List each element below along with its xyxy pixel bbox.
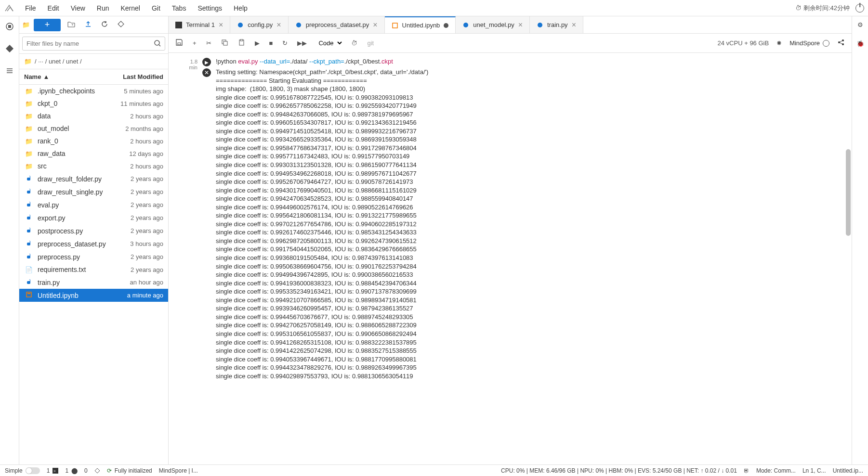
file-row[interactable]: 📁src2 hours ago xyxy=(19,160,168,172)
run-icon[interactable]: ▶ xyxy=(253,39,262,48)
file-row[interactable]: 📁data2 hours ago xyxy=(19,110,168,122)
py-icon xyxy=(24,175,34,183)
close-icon[interactable]: × xyxy=(373,21,377,29)
git-diamond-icon[interactable] xyxy=(94,468,100,474)
code-cell[interactable]: 1.8 min ▶ ✕ !python eval.py --data_url=.… xyxy=(178,58,842,380)
svg-point-11 xyxy=(296,23,301,27)
tab-terminal-1[interactable]: Terminal 1× xyxy=(169,16,230,33)
file-row[interactable]: draw_result_folder.py2 years ago xyxy=(19,172,168,185)
menu-file[interactable]: File xyxy=(20,2,41,14)
menu-help[interactable]: Help xyxy=(229,2,252,14)
git-clone-icon[interactable] xyxy=(115,21,127,29)
restart-icon[interactable]: ↻ xyxy=(280,39,289,48)
running-kernels-icon[interactable] xyxy=(4,21,15,32)
py-icon xyxy=(24,240,34,248)
scrollbar-vertical[interactable] xyxy=(846,149,851,236)
file-row[interactable]: preprocess_dataset.py3 hours ago xyxy=(19,237,168,250)
property-inspector-icon[interactable]: ⚙ xyxy=(857,21,863,28)
git-icon[interactable] xyxy=(4,43,15,54)
editor-mode[interactable]: Mode: Comm... xyxy=(756,467,796,474)
timing-icon[interactable]: ⏱ xyxy=(349,39,359,48)
add-cell-icon[interactable]: + xyxy=(191,39,198,48)
file-row[interactable]: 📄requirements.txt2 years ago xyxy=(19,263,168,276)
file-row[interactable]: draw_result_single.py2 years ago xyxy=(19,185,168,198)
settings-gear-icon[interactable]: ✸ xyxy=(775,39,784,48)
close-icon[interactable]: × xyxy=(572,21,576,29)
breadcrumb[interactable]: 📁/ ··· / unet / unet / xyxy=(19,54,168,69)
file-row[interactable]: preprocess.py2 years ago xyxy=(19,250,168,263)
file-row[interactable]: Untitled.ipynba minute ago xyxy=(19,289,168,302)
exec-time: 1.8 min xyxy=(178,58,197,380)
tab-unet_model-py[interactable]: unet_model.py× xyxy=(456,16,530,33)
stop-icon[interactable]: ■ xyxy=(267,39,275,48)
new-folder-icon[interactable]: + xyxy=(65,21,78,29)
menu-run[interactable]: Run xyxy=(92,2,114,14)
kernel-status[interactable]: MindSpore | I... xyxy=(159,467,198,474)
init-status: ⟳ Fully initialized xyxy=(107,467,152,474)
kernels-count[interactable]: 1 ⬤ xyxy=(65,467,78,474)
file-row[interactable]: train.pyan hour ago xyxy=(19,276,168,289)
py-icon xyxy=(24,278,34,286)
menu-edit[interactable]: Edit xyxy=(43,2,64,14)
file-name: src xyxy=(38,162,130,170)
file-row[interactable]: postprocess.py2 years ago xyxy=(19,224,168,237)
share-icon[interactable] xyxy=(835,38,847,49)
close-icon[interactable]: × xyxy=(518,21,523,29)
close-icon[interactable]: × xyxy=(276,21,281,29)
file-row[interactable]: export.py2 years ago xyxy=(19,211,168,224)
notebook-toolbar: + ✂ ▶ ■ ↻ ▶▶ Code ⏱ git 24 vCPU + 96 GiB… xyxy=(169,34,852,53)
time-remaining: ⏱ 剩余时间:42分钟 xyxy=(795,4,850,13)
menu-kernel[interactable]: Kernel xyxy=(116,2,145,14)
upload-icon[interactable] xyxy=(82,21,94,29)
new-launcher-button[interactable]: + xyxy=(34,19,61,31)
cell-type-select[interactable]: Code xyxy=(315,37,343,49)
copy-icon[interactable] xyxy=(219,38,230,49)
tab-preprocess_dataset-py[interactable]: preprocess_dataset.py× xyxy=(289,16,385,33)
svg-rect-1 xyxy=(8,25,11,28)
file-modified: 2 years ago xyxy=(131,266,163,273)
tab-untitled-ipynb[interactable]: Untitled.ipynb xyxy=(385,16,456,33)
cut-icon[interactable]: ✂ xyxy=(204,39,213,48)
menu-git[interactable]: Git xyxy=(147,2,165,14)
tab-config-py[interactable]: config.py× xyxy=(230,16,288,33)
paste-icon[interactable] xyxy=(236,38,247,49)
col-modified-header[interactable]: Last Modified xyxy=(105,73,163,80)
menu-tabs[interactable]: Tabs xyxy=(167,2,191,14)
col-name-header[interactable]: Name xyxy=(24,73,41,80)
debugger-icon[interactable]: 🐞 xyxy=(856,40,864,47)
filter-input[interactable] xyxy=(22,37,165,51)
svg-line-23 xyxy=(840,41,842,42)
trust-icon[interactable]: ⛨ xyxy=(744,467,750,474)
code-content[interactable]: !python eval.py --data_url=./data/ --ckp… xyxy=(216,58,842,65)
simple-toggle[interactable]: Simple xyxy=(5,467,40,474)
close-icon[interactable]: × xyxy=(219,21,223,29)
file-name: raw_data xyxy=(38,150,129,157)
folder-icon[interactable]: 📁 xyxy=(22,21,30,28)
notebook-body[interactable]: 1.8 min ▶ ✕ !python eval.py --data_url=.… xyxy=(169,53,852,464)
file-row[interactable]: 📁rank_02 hours ago xyxy=(19,135,168,147)
file-list: 📁.ipynb_checkpoints5 minutes ago📁ckpt_01… xyxy=(19,85,168,464)
tab-train-py[interactable]: train.py× xyxy=(530,16,583,33)
resource-metrics: CPU: 0% | MEM: 6.46/96 GB | NPU: 0% | HB… xyxy=(501,467,737,474)
current-file: Untitled.ip... xyxy=(833,467,863,474)
file-row[interactable]: eval.py2 years ago xyxy=(19,198,168,211)
terminals-count[interactable]: 1 > xyxy=(47,467,59,474)
file-row[interactable]: 📁out_model2 months ago xyxy=(19,122,168,135)
toc-icon[interactable] xyxy=(4,65,15,76)
cell-run-icon[interactable]: ▶ xyxy=(202,58,211,66)
file-list-header: Name ▲ Last Modified xyxy=(19,69,168,85)
folder-icon: 📁 xyxy=(24,150,34,157)
menu-settings[interactable]: Settings xyxy=(193,2,227,14)
git-label[interactable]: git xyxy=(365,39,376,48)
refresh-icon[interactable] xyxy=(98,21,111,29)
file-row[interactable]: 📁raw_data12 days ago xyxy=(19,147,168,160)
file-row[interactable]: 📁.ipynb_checkpoints5 minutes ago xyxy=(19,85,168,97)
save-icon[interactable] xyxy=(173,38,185,49)
run-all-icon[interactable]: ▶▶ xyxy=(295,39,309,48)
cursor-position[interactable]: Ln 1, C... xyxy=(802,467,826,474)
kernel-indicator[interactable]: MindSpore xyxy=(789,39,829,47)
power-icon[interactable] xyxy=(855,4,864,13)
file-row[interactable]: 📁ckpt_011 minutes ago xyxy=(19,97,168,110)
menu-view[interactable]: View xyxy=(66,2,90,14)
errors-count[interactable]: 0 xyxy=(84,467,88,474)
